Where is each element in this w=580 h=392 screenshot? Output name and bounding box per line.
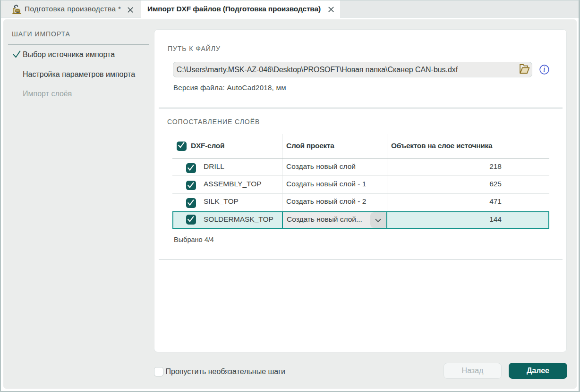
svg-text:i: i bbox=[543, 65, 546, 74]
